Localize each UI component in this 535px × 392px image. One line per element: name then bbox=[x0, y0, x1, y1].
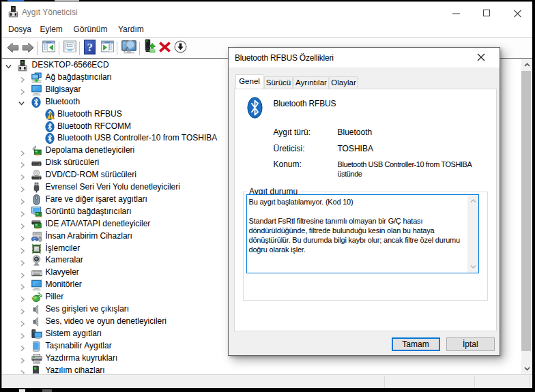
svg-text:?: ? bbox=[87, 41, 93, 54]
